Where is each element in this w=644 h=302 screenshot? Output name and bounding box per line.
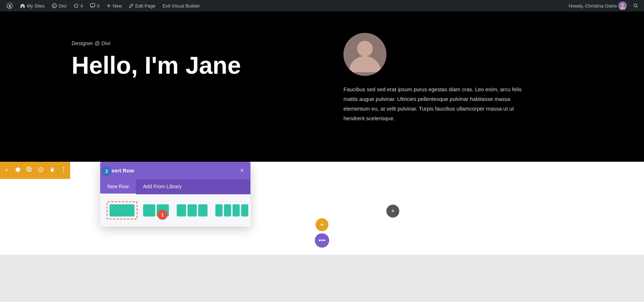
admin-bar: My Sites D Divi 4 0 New E: [0, 0, 644, 11]
builder-section: +: [0, 162, 644, 255]
hero-subtitle: Designer @ Divi: [72, 40, 329, 46]
divi-label: Divi: [59, 3, 67, 9]
updates-icon: [74, 3, 79, 8]
center-plus-button[interactable]: +: [386, 205, 399, 218]
svg-point-12: [63, 167, 64, 168]
modal-body: [100, 194, 250, 226]
comments-item[interactable]: 0: [87, 0, 103, 11]
bottom-section: [0, 255, 644, 302]
edit-icon: [129, 4, 133, 8]
svg-rect-3: [91, 4, 95, 7]
col-preview: [224, 204, 231, 216]
row-options: [107, 201, 244, 219]
insert-row-modal: Insert Row × New Row Add From Library: [100, 162, 250, 226]
section-controls: + •••: [315, 218, 329, 248]
divi-item[interactable]: D Divi: [48, 0, 70, 11]
avatar: [618, 1, 627, 10]
divi-icon: D: [52, 3, 57, 8]
col-preview: [177, 204, 186, 216]
svg-point-5: [621, 3, 624, 6]
hero-title: Hello, I'm Jane: [72, 52, 329, 79]
svg-rect-10: [27, 167, 30, 170]
page-content: Designer @ Divi Hello, I'm Jane Faucibus…: [0, 11, 644, 302]
toggle-tool-button[interactable]: [37, 167, 44, 174]
comments-count: 0: [97, 3, 99, 9]
my-sites-item[interactable]: My Sites: [16, 0, 48, 11]
comments-icon: [90, 3, 95, 8]
delete-tool-button[interactable]: [49, 167, 56, 174]
step-2-badge: 2: [102, 166, 112, 176]
left-toolbar: +: [0, 162, 70, 179]
clone-tool-button[interactable]: [26, 167, 33, 174]
row-option-3col[interactable]: [175, 202, 210, 219]
hero-section: Designer @ Divi Hello, I'm Jane Faucibus…: [0, 11, 644, 162]
settings-tool-button[interactable]: [14, 167, 21, 174]
col-preview: [233, 204, 240, 216]
col-preview: [109, 204, 135, 216]
my-sites-label: My Sites: [27, 3, 45, 9]
row-option-1col[interactable]: [107, 201, 137, 219]
updates-count: 4: [80, 3, 83, 9]
search-item[interactable]: [630, 0, 641, 11]
exit-builder-item[interactable]: Exit Visual Builder: [159, 0, 204, 11]
updates-item[interactable]: 4: [70, 0, 87, 11]
svg-text:D: D: [53, 4, 55, 8]
new-label: New: [113, 3, 122, 9]
wp-logo-item[interactable]: [3, 0, 16, 11]
tab-new-row[interactable]: New Row: [100, 179, 136, 194]
col-preview: [198, 204, 208, 216]
hero-bio: Faucibus sed sed erat ipsum purus egesta…: [343, 84, 522, 123]
col-preview: [241, 204, 248, 216]
svg-point-8: [357, 41, 373, 57]
col-preview: [187, 204, 197, 216]
svg-point-13: [63, 169, 64, 170]
col-preview: [215, 204, 223, 216]
more-tool-button[interactable]: [60, 167, 67, 174]
home-icon: [20, 3, 25, 8]
modal-tabs: New Row Add From Library: [100, 179, 250, 194]
step-1-badge: 1: [157, 210, 167, 220]
add-section-button[interactable]: +: [316, 218, 328, 231]
svg-point-6: [634, 4, 637, 7]
tab-add-from-library[interactable]: Add From Library: [136, 179, 189, 194]
user-info[interactable]: Howdy, Christina Gwira: [565, 1, 630, 10]
col-preview: [143, 204, 155, 216]
svg-rect-9: [28, 168, 31, 171]
hero-right: Faucibus sed sed erat ipsum purus egesta…: [329, 33, 601, 123]
edit-page-label: Edit Page: [135, 3, 155, 9]
add-tool-button[interactable]: +: [3, 167, 10, 174]
search-icon: [633, 3, 638, 8]
new-item[interactable]: New: [103, 0, 126, 11]
edit-page-item[interactable]: Edit Page: [126, 0, 159, 11]
wordpress-icon: [6, 3, 13, 9]
svg-point-14: [63, 171, 64, 172]
user-greeting: Howdy, Christina Gwira: [569, 3, 617, 9]
modal-close-button[interactable]: ×: [240, 167, 244, 174]
exit-builder-label: Exit Visual Builder: [162, 3, 200, 9]
modal-header: Insert Row ×: [100, 162, 250, 179]
more-options-button[interactable]: •••: [315, 233, 329, 248]
row-option-4col[interactable]: [213, 202, 250, 219]
plus-icon: [107, 4, 111, 8]
hero-left: Designer @ Divi Hello, I'm Jane: [72, 33, 329, 79]
hero-avatar: [343, 33, 386, 76]
